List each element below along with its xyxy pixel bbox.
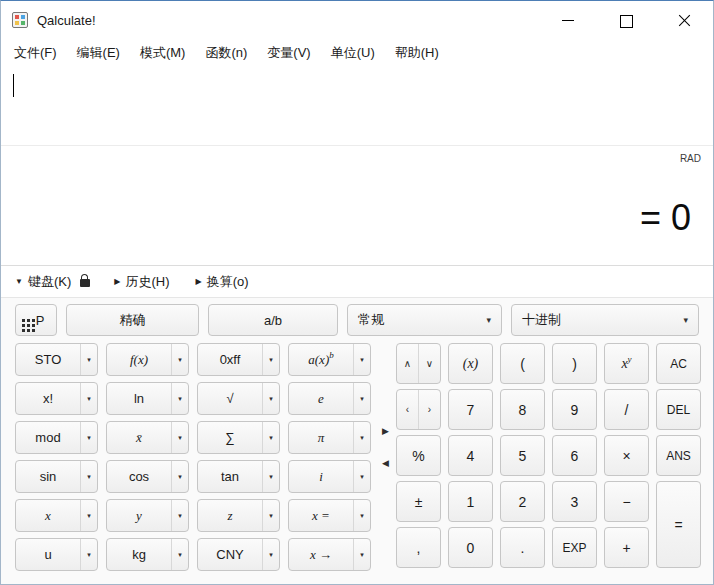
key-currency-cny[interactable]: CNY ▾	[197, 538, 280, 571]
key-sin[interactable]: sin ▾	[15, 460, 98, 493]
key-7[interactable]: 7	[448, 389, 493, 430]
key-convert[interactable]: x → ▾	[288, 538, 371, 571]
key-imaginary[interactable]: i ▾	[288, 460, 371, 493]
key-comma[interactable]: ,	[396, 527, 441, 568]
minimize-button[interactable]	[539, 1, 597, 39]
menu-help[interactable]: 帮助(H)	[385, 39, 449, 67]
conversion-panel-toggle[interactable]: ▶ 换算(o)	[195, 273, 248, 291]
key-mean-dropdown-icon[interactable]: ▾	[171, 422, 188, 453]
keypad-mode-button[interactable]: P	[15, 304, 57, 336]
key-percent[interactable]: %	[396, 435, 441, 476]
key-plus[interactable]: +	[604, 527, 649, 568]
key-convert-dropdown-icon[interactable]: ▾	[353, 539, 370, 570]
key-power-function-dropdown-icon[interactable]: ▾	[353, 344, 370, 375]
expand-right-icon[interactable]: ▶	[382, 426, 389, 436]
display-mode-select[interactable]: 常规 ▾	[347, 304, 502, 336]
expression-input[interactable]	[1, 67, 713, 145]
key-close-paren[interactable]: )	[552, 343, 597, 384]
key-hex-dropdown-icon[interactable]: ▾	[262, 344, 279, 375]
key-exp[interactable]: EXP	[552, 527, 597, 568]
key-decimal[interactable]: .	[500, 527, 545, 568]
key-0[interactable]: 0	[448, 527, 493, 568]
key-divide[interactable]: /	[604, 389, 649, 430]
key-1[interactable]: 1	[448, 481, 493, 522]
key-var-x-dropdown-icon[interactable]: ▾	[80, 500, 97, 531]
key-multiply[interactable]: ×	[604, 435, 649, 476]
key-minus[interactable]: −	[604, 481, 649, 522]
key-3[interactable]: 3	[552, 481, 597, 522]
key-var-y-dropdown-icon[interactable]: ▾	[171, 500, 188, 531]
keyboard-panel-toggle[interactable]: ▼ 键盘(K)	[15, 273, 71, 291]
maximize-button[interactable]	[597, 1, 655, 39]
key-tan-dropdown-icon[interactable]: ▾	[262, 461, 279, 492]
key-hex-literal[interactable]: 0xff ▾	[197, 343, 280, 376]
key-8[interactable]: 8	[500, 389, 545, 430]
key-mean[interactable]: x̄ ▾	[106, 421, 189, 454]
key-tan[interactable]: tan ▾	[197, 460, 280, 493]
key-factorial[interactable]: x! ▾	[15, 382, 98, 415]
key-del[interactable]: DEL	[656, 389, 701, 430]
menu-mode[interactable]: 模式(M)	[130, 39, 196, 67]
key-cos-dropdown-icon[interactable]: ▾	[171, 461, 188, 492]
key-mod-dropdown-icon[interactable]: ▾	[80, 422, 97, 453]
angle-mode-indicator[interactable]: RAD	[680, 153, 701, 164]
key-factorial-dropdown-icon[interactable]: ▾	[80, 383, 97, 414]
key-sqrt[interactable]: √ ▾	[197, 382, 280, 415]
menu-variables[interactable]: 变量(V)	[257, 39, 320, 67]
key-unit-kg-dropdown-icon[interactable]: ▾	[171, 539, 188, 570]
lock-icon[interactable]	[80, 279, 90, 287]
key-var-y[interactable]: y ▾	[106, 499, 189, 532]
key-ans[interactable]: ANS	[656, 435, 701, 476]
key-power[interactable]: xy	[604, 343, 649, 384]
key-ln-dropdown-icon[interactable]: ▾	[171, 383, 188, 414]
key-6[interactable]: 6	[552, 435, 597, 476]
key-parens-x[interactable]: (x)	[448, 343, 493, 384]
key-up[interactable]: ∧	[397, 344, 418, 383]
key-solve[interactable]: x = ▾	[288, 499, 371, 532]
key-sto[interactable]: STO ▾	[15, 343, 98, 376]
key-4[interactable]: 4	[448, 435, 493, 476]
key-e-dropdown-icon[interactable]: ▾	[353, 383, 370, 414]
history-panel-toggle[interactable]: ▶ 历史(H)	[114, 273, 169, 291]
key-ac[interactable]: AC	[656, 343, 701, 384]
collapse-left-icon[interactable]: ◀	[382, 458, 389, 468]
key-pi[interactable]: π ▾	[288, 421, 371, 454]
key-pi-dropdown-icon[interactable]: ▾	[353, 422, 370, 453]
key-equals[interactable]: =	[656, 481, 701, 568]
key-imaginary-dropdown-icon[interactable]: ▾	[353, 461, 370, 492]
close-button[interactable]	[655, 1, 713, 39]
key-currency-cny-dropdown-icon[interactable]: ▾	[262, 539, 279, 570]
key-5[interactable]: 5	[500, 435, 545, 476]
menu-units[interactable]: 单位(U)	[321, 39, 385, 67]
key-solve-dropdown-icon[interactable]: ▾	[353, 500, 370, 531]
key-plusminus[interactable]: ±	[396, 481, 441, 522]
fraction-mode-button[interactable]: a/b	[208, 304, 338, 336]
key-mod[interactable]: mod ▾	[15, 421, 98, 454]
key-right[interactable]: ›	[418, 390, 440, 429]
key-sum[interactable]: ∑ ▾	[197, 421, 280, 454]
key-sum-dropdown-icon[interactable]: ▾	[262, 422, 279, 453]
key-function[interactable]: f(x) ▾	[106, 343, 189, 376]
key-left[interactable]: ‹	[397, 390, 418, 429]
key-open-paren[interactable]: (	[500, 343, 545, 384]
key-unit-kg[interactable]: kg ▾	[106, 538, 189, 571]
key-sto-dropdown-icon[interactable]: ▾	[80, 344, 97, 375]
key-unit-u[interactable]: u ▾	[15, 538, 98, 571]
key-ln[interactable]: ln ▾	[106, 382, 189, 415]
key-power-function[interactable]: a(x)b ▾	[288, 343, 371, 376]
key-down[interactable]: ∨	[418, 344, 440, 383]
number-base-select[interactable]: 十进制 ▾	[511, 304, 699, 336]
key-cos[interactable]: cos ▾	[106, 460, 189, 493]
menu-file[interactable]: 文件(F)	[4, 39, 67, 67]
key-2[interactable]: 2	[500, 481, 545, 522]
key-sqrt-dropdown-icon[interactable]: ▾	[262, 383, 279, 414]
exact-mode-button[interactable]: 精确	[66, 304, 199, 336]
key-sin-dropdown-icon[interactable]: ▾	[80, 461, 97, 492]
key-var-z-dropdown-icon[interactable]: ▾	[262, 500, 279, 531]
menu-functions[interactable]: 函数(n)	[195, 39, 257, 67]
key-var-x[interactable]: x ▾	[15, 499, 98, 532]
key-function-dropdown-icon[interactable]: ▾	[171, 344, 188, 375]
key-unit-u-dropdown-icon[interactable]: ▾	[80, 539, 97, 570]
key-e[interactable]: e ▾	[288, 382, 371, 415]
key-9[interactable]: 9	[552, 389, 597, 430]
